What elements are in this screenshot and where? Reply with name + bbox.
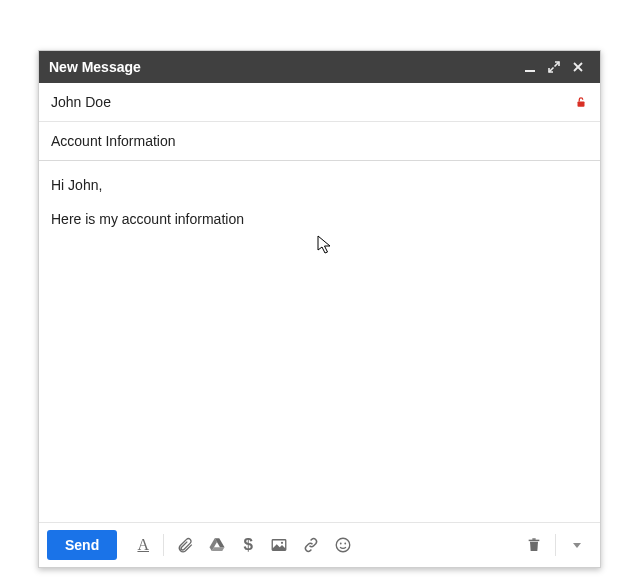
svg-rect-8 bbox=[532, 538, 535, 539]
send-button[interactable]: Send bbox=[47, 530, 117, 560]
toolbar-divider bbox=[163, 534, 164, 556]
message-body[interactable]: Hi John, Here is my account information bbox=[39, 161, 600, 522]
photo-icon[interactable] bbox=[264, 530, 294, 560]
close-icon[interactable] bbox=[566, 55, 590, 79]
svg-rect-1 bbox=[578, 101, 585, 106]
compose-window: New Message John Doe Account Informati bbox=[38, 50, 601, 568]
mouse-cursor-icon bbox=[317, 235, 333, 260]
more-arrow-icon[interactable] bbox=[562, 530, 592, 560]
emoji-icon[interactable] bbox=[328, 530, 358, 560]
svg-rect-0 bbox=[525, 70, 535, 72]
compose-title: New Message bbox=[49, 59, 518, 75]
svg-point-5 bbox=[340, 543, 342, 545]
fullscreen-icon[interactable] bbox=[542, 55, 566, 79]
body-line: Hi John, bbox=[51, 175, 588, 195]
toolbar-divider bbox=[555, 534, 556, 556]
svg-rect-7 bbox=[529, 540, 540, 541]
svg-point-3 bbox=[281, 542, 283, 544]
paperclip-icon[interactable] bbox=[170, 530, 200, 560]
drive-icon[interactable] bbox=[202, 530, 232, 560]
svg-point-6 bbox=[345, 543, 347, 545]
trash-icon[interactable] bbox=[519, 530, 549, 560]
body-line: Here is my account information bbox=[51, 209, 588, 229]
compose-titlebar[interactable]: New Message bbox=[39, 51, 600, 83]
recipients-text: John Doe bbox=[51, 94, 568, 110]
lock-open-icon[interactable] bbox=[568, 95, 588, 109]
subject-field[interactable]: Account Information bbox=[39, 122, 600, 161]
format-icon[interactable]: A bbox=[129, 536, 157, 554]
minimize-icon[interactable] bbox=[518, 55, 542, 79]
dollar-icon[interactable]: $ bbox=[234, 535, 262, 555]
compose-toolbar: Send A $ bbox=[39, 522, 600, 567]
subject-text: Account Information bbox=[51, 133, 588, 149]
recipients-field[interactable]: John Doe bbox=[39, 83, 600, 122]
svg-point-4 bbox=[336, 538, 350, 552]
link-icon[interactable] bbox=[296, 530, 326, 560]
